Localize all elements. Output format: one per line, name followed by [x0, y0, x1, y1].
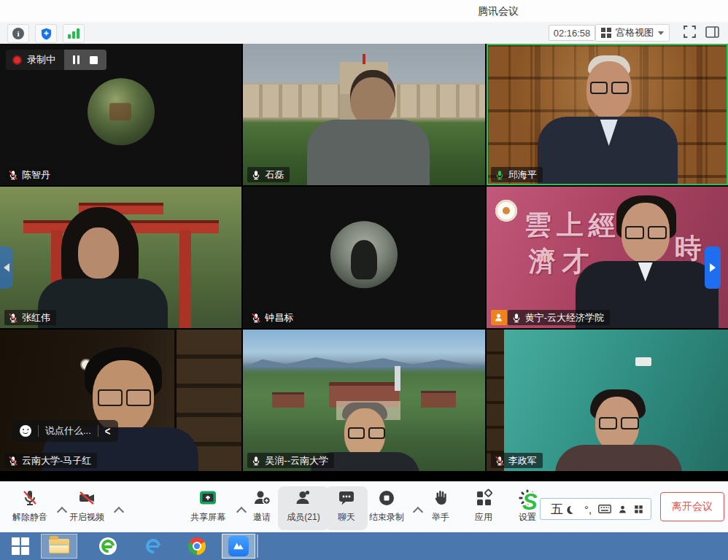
window-titlebar: 腾讯会议 — [0, 0, 728, 23]
layout-view-label: 宫格视图 — [616, 26, 654, 39]
mic-on-icon — [511, 313, 522, 323]
person-body — [307, 120, 430, 185]
share-screen-button[interactable]: 共享屏幕 — [182, 486, 233, 530]
end-recording-button[interactable]: 结束录制 — [363, 486, 410, 530]
video-tile-wurun[interactable]: 吴润--云南大学 — [243, 330, 484, 471]
mic-muted-icon — [8, 170, 18, 180]
chat-input-placeholder[interactable]: 说点什么... — [45, 424, 91, 438]
side-panel-button[interactable] — [705, 26, 719, 41]
participant-name: 陈智丹 — [22, 168, 50, 182]
start-video-button[interactable]: 开启视频 — [63, 486, 111, 530]
ime-mode-chinese[interactable]: 五 — [551, 503, 563, 516]
person-body — [555, 445, 682, 471]
participant-nametag: 李政军 — [491, 453, 543, 468]
meeting-info-button[interactable]: i — [7, 24, 29, 43]
person-head — [350, 70, 395, 125]
participant-name: 钟昌标 — [265, 311, 293, 324]
host-badge-icon — [491, 310, 507, 325]
sogou-ime-logo[interactable]: S — [522, 491, 538, 513]
emoji-icon[interactable] — [20, 425, 31, 437]
participant-nametag: 陈智丹 — [4, 167, 56, 182]
sogou-ime-bar[interactable]: 五 °, — [540, 498, 651, 520]
network-quality-button[interactable] — [63, 24, 85, 43]
divider — [98, 425, 98, 437]
taskbar-chrome[interactable] — [181, 534, 213, 559]
gate-pillar-right — [179, 230, 191, 328]
person-glasses — [590, 82, 629, 94]
bookcase-edge — [487, 330, 504, 471]
video-menu-chevron[interactable] — [114, 507, 124, 517]
camera-off-icon — [77, 489, 96, 508]
fullscreen-button[interactable] — [684, 26, 696, 41]
mic-on-icon — [251, 170, 261, 180]
grid-view-icon — [601, 28, 611, 38]
mic-muted-icon — [20, 489, 39, 508]
meeting-security-button[interactable] — [35, 24, 57, 43]
person-head — [78, 228, 119, 279]
video-tile-zhongchangbiao[interactable]: 钟昌标 — [243, 187, 484, 328]
person-glasses — [625, 226, 667, 239]
taskbar-360-browser[interactable] — [92, 534, 124, 559]
chat-quick-input[interactable]: 说点什么... < — [12, 420, 118, 442]
video-tile-qiuhaiping[interactable]: 邱海平 — [487, 44, 728, 185]
participant-name: 吴润--云南大学 — [265, 454, 328, 467]
start-button[interactable] — [4, 534, 36, 559]
security-shield-icon — [41, 28, 52, 40]
flag — [363, 54, 365, 64]
video-feed — [243, 44, 484, 185]
campus-building — [272, 392, 304, 408]
taskbar-internet-explorer[interactable] — [137, 534, 169, 559]
next-page-arrow[interactable] — [705, 246, 721, 289]
browser-360-icon — [99, 537, 117, 555]
taskbar-tencent-meeting[interactable] — [222, 534, 255, 559]
soft-keyboard-icon[interactable] — [598, 505, 611, 513]
video-tile-zhanghongwei[interactable]: 张红伟 — [0, 187, 241, 328]
participant-nametag: 钟昌标 — [247, 310, 299, 325]
dropdown-caret-icon — [658, 31, 664, 35]
meeting-controls-bar: 解除静音 开启视频 共享屏幕 邀请 成员(21) 聊天 结束录制 — [0, 481, 728, 533]
mic-muted-icon — [495, 456, 505, 466]
leave-meeting-button[interactable]: 离开会议 — [660, 492, 724, 521]
video-feed — [0, 330, 241, 471]
video-tile-mazihong[interactable]: 说点什么... < 云南大学-马子红 — [0, 330, 241, 471]
tencent-meeting-icon — [228, 536, 249, 556]
moon-mode-icon[interactable] — [569, 504, 579, 514]
avatar — [88, 78, 155, 145]
person-glasses — [599, 417, 639, 429]
layout-view-button[interactable]: 宫格视图 — [595, 24, 670, 42]
participant-name: 云南大学-马子红 — [22, 454, 91, 467]
collapse-chevron-icon[interactable]: < — [105, 424, 111, 438]
avatar — [330, 221, 398, 288]
pause-recording-icon[interactable] — [73, 55, 80, 64]
chat-button[interactable]: 聊天 — [325, 486, 368, 530]
banner-calligraphy-line1: 雲上經 — [524, 207, 621, 244]
unmute-button[interactable]: 解除静音 — [6, 486, 54, 530]
recording-indicator: 录制中 — [6, 50, 107, 70]
video-tile-huangning[interactable]: 雲上經 濟才 時 黄宁-云大经济学院 — [487, 187, 728, 328]
apps-button[interactable]: 应用 — [467, 486, 500, 530]
video-tile-shilei[interactable]: 石磊 — [243, 44, 484, 185]
video-tile-lizhengjun[interactable]: 李政军 — [487, 330, 728, 471]
mic-muted-icon — [8, 313, 18, 323]
members-button[interactable]: 成员(21) — [278, 486, 329, 530]
stop-recording-icon[interactable] — [90, 56, 98, 64]
raise-hand-icon — [431, 489, 450, 508]
recording-menu-chevron[interactable] — [413, 507, 423, 517]
invite-button[interactable]: 邀请 — [245, 486, 279, 530]
taskbar-separator — [257, 534, 258, 558]
participant-nametag: 邱海平 — [491, 167, 543, 182]
wall-switch — [635, 357, 651, 366]
previous-page-arrow[interactable] — [0, 246, 13, 289]
mic-speaking-icon — [495, 170, 505, 180]
taskbar-file-explorer[interactable] — [41, 534, 77, 559]
side-panel-icon — [705, 26, 719, 38]
raise-hand-button[interactable]: 举手 — [423, 486, 458, 530]
participant-name: 石磊 — [265, 168, 284, 182]
punctuation-mode[interactable]: °, — [584, 504, 592, 515]
video-grid: 陈智丹 石磊 — [0, 44, 728, 471]
windows-start-icon — [12, 537, 29, 555]
participant-nametag: 吴润--云南大学 — [247, 453, 334, 468]
person-body — [38, 279, 168, 328]
ime-person-icon[interactable] — [618, 505, 627, 514]
ime-toolbox-icon[interactable] — [634, 505, 643, 514]
